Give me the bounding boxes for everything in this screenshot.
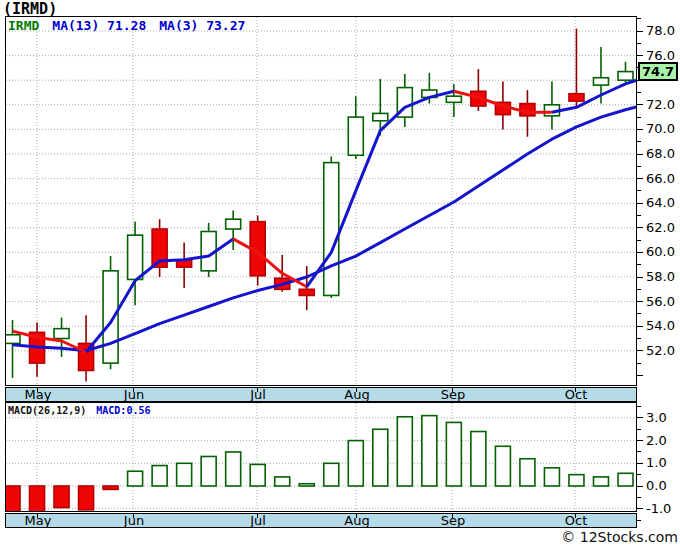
candle <box>152 219 167 277</box>
price-axis-tick <box>637 289 641 290</box>
price-pane-frame <box>6 17 637 386</box>
macd-params-label: MACD(26,12,9) <box>8 405 86 416</box>
ma3-line <box>233 239 307 287</box>
macd-axis-tick <box>637 429 641 430</box>
candle <box>397 74 412 127</box>
candle <box>299 266 314 310</box>
price-axis-label: 64.0 <box>646 195 675 211</box>
macd-axis: 3.02.01.00.0-1.0 <box>637 402 680 512</box>
month-label: Sep <box>441 514 466 528</box>
month-label: Sep <box>441 388 466 402</box>
macd-bar <box>79 486 94 510</box>
candle <box>201 223 216 277</box>
price-axis-label: 56.0 <box>646 294 675 310</box>
price-axis-tick <box>637 117 641 118</box>
candle <box>569 29 584 106</box>
price-axis-tick <box>637 240 641 241</box>
price-axis-label: 68.0 <box>646 146 675 162</box>
macd-pane: MACD(26,12,9) MACD:0.56 <box>5 402 637 512</box>
candlestick-chart <box>5 16 637 386</box>
macd-legend: MACD(26,12,9) MACD:0.56 <box>8 405 150 416</box>
macd-axis-tick <box>637 451 641 452</box>
month-label: May <box>25 514 52 528</box>
candle <box>324 156 339 297</box>
candle-body <box>569 94 584 101</box>
macd-bar <box>275 477 290 486</box>
macd-bar <box>593 477 608 486</box>
candle-body <box>593 78 608 85</box>
price-axis-tick <box>637 55 643 56</box>
candle-body <box>54 329 69 339</box>
month-label: Jun <box>124 388 144 402</box>
price-axis-tick <box>637 154 643 155</box>
stock-chart-page: (IRMD) IRMD MA(13) 71.28 MA(3) 73.27 78.… <box>0 0 680 546</box>
last-price-badge: 74.7 <box>638 62 678 81</box>
copyright-watermark: © 12Stocks.com <box>561 529 678 545</box>
price-axis-label: 70.0 <box>646 121 675 137</box>
macd-axis-label: 1.0 <box>646 455 667 471</box>
price-chart-legend: IRMD MA(13) 71.28 MA(3) 73.27 <box>8 18 245 33</box>
macd-bar <box>128 471 143 486</box>
macd-axis-tick <box>637 440 643 441</box>
price-axis-tick <box>637 166 641 167</box>
candle-body <box>348 117 363 155</box>
macd-axis-tick <box>637 463 643 464</box>
price-axis-tick <box>637 104 643 105</box>
macd-bar <box>544 468 559 486</box>
macd-axis-tick <box>637 497 641 498</box>
macd-axis-tick <box>637 406 641 407</box>
price-axis-tick <box>637 92 641 93</box>
candle <box>544 81 559 129</box>
candle <box>618 62 633 83</box>
price-axis-tick <box>637 375 643 376</box>
price-axis-tick <box>637 277 643 278</box>
month-label: Jun <box>124 514 144 528</box>
candle <box>177 243 192 289</box>
price-axis-tick <box>637 31 643 32</box>
macd-bar <box>422 416 437 486</box>
macd-bar <box>226 452 241 486</box>
price-axis-label: 54.0 <box>646 318 675 334</box>
price-axis-tick <box>637 363 641 364</box>
price-chart-pane: IRMD MA(13) 71.28 MA(3) 73.27 <box>5 16 637 386</box>
macd-bar <box>177 463 192 486</box>
macd-bar <box>152 466 167 486</box>
macd-value-label: MACD:0.56 <box>96 405 150 416</box>
price-axis-tick <box>637 178 643 179</box>
candle-body <box>103 271 118 363</box>
price-axis-tick <box>637 350 643 351</box>
price-axis-tick <box>637 141 641 142</box>
price-axis-tick <box>637 18 641 19</box>
macd-bar <box>324 463 339 486</box>
ma13-legend-label: MA(13) 71.28 <box>52 18 146 33</box>
candle <box>471 69 486 111</box>
month-label: Jul <box>250 388 266 402</box>
candle-body <box>5 335 20 344</box>
candle-body <box>373 113 388 120</box>
candle-body <box>226 219 241 229</box>
macd-axis-label: 3.0 <box>646 410 667 426</box>
macd-axis-tick <box>637 486 643 487</box>
candle <box>5 320 20 378</box>
macd-bar <box>471 432 486 486</box>
macd-axis-label: 0.0 <box>646 478 667 494</box>
price-axis-tick <box>637 227 643 228</box>
month-label: Aug <box>344 514 369 528</box>
candle <box>128 222 143 306</box>
price-axis-label: 72.0 <box>646 97 675 113</box>
price-axis-tick <box>637 326 643 327</box>
macd-bar <box>618 473 633 486</box>
candle-body <box>324 163 339 296</box>
macd-bar <box>397 417 412 486</box>
price-axis-tick <box>637 190 641 191</box>
macd-bar <box>299 484 314 486</box>
candle-body <box>299 289 314 295</box>
month-label: Oct <box>565 514 587 528</box>
macd-axis-tick <box>637 508 643 509</box>
macd-pane-frame <box>6 403 637 512</box>
price-axis-tick <box>637 129 643 130</box>
month-axis-top: MayJunJulAugSepOct <box>5 387 637 402</box>
month-label: Aug <box>344 388 369 402</box>
macd-axis-tick <box>637 520 641 521</box>
ma3-legend-label: MA(3) 73.27 <box>159 18 245 33</box>
